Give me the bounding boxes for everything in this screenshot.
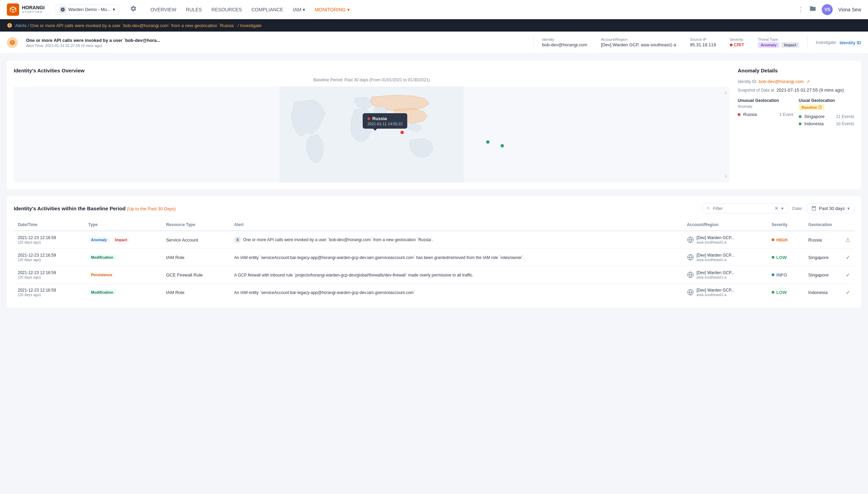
geo-value: Singapore [808, 255, 829, 260]
info-icon: ⓘ [818, 105, 822, 110]
indonesia-dot [799, 122, 801, 125]
activities-title: Identity's Activities within the Baselin… [14, 205, 125, 211]
meta-source-ip: Source IP 95.31.18.119 [690, 37, 716, 48]
activities-subtitle: (Up to the Past 30 Days) [127, 206, 176, 211]
date-value: Past 30 days [819, 206, 845, 211]
cell-ago: (20 days ago) [18, 293, 80, 297]
alert-time: Alert Time: 2021-01-31 01:27:55 (9 mins … [26, 44, 525, 48]
sev-value: HIGH [776, 237, 788, 243]
workspace-name: Warden Demo - Mu... [68, 7, 111, 12]
geo-item-russia: Russia 1 Event [738, 112, 793, 117]
account-name: [Dev] Warden GCP... [697, 288, 735, 293]
nav-links: OVERVIEW RULES RESOURCES COMPLIANCE IAM … [150, 5, 350, 14]
severity-dot [730, 44, 733, 46]
severity-cell: LOW [772, 255, 800, 260]
cell-ago: (20 days ago) [18, 258, 80, 262]
cell-alert: An IAM entity `serviceAccount:bar-legacy… [230, 249, 683, 266]
anomaly-title: Anomaly Details [738, 68, 854, 73]
account-name: [Dev] Warden GCP... [697, 270, 735, 275]
meta-threat-type: Threat Type Anomaly Impact [758, 37, 799, 48]
alert-meta: Identity bob-dev@horangi.com Account/Reg… [542, 37, 799, 48]
sev-dot [772, 291, 774, 294]
top-navigation: HORANGI STORYTIER Warden Demo - Mu... ▾ … [0, 0, 868, 19]
type-badges: Anomaly Impact [88, 237, 158, 243]
cell-datetime: 2021-12-23 12:16:59 [18, 235, 80, 240]
filter-clear-icon[interactable]: ✕ [774, 205, 779, 211]
logo-icon [7, 3, 19, 16]
cell-datetime: 2021-12-23 12:16:59 [18, 270, 80, 275]
logo: HORANGI STORYTIER [7, 3, 45, 16]
investigate-link[interactable]: Identity ID [840, 40, 861, 45]
col-account: Account/Region [683, 219, 768, 231]
external-link-icon: ↗ [806, 79, 810, 84]
date-label: Date: [792, 206, 803, 211]
baseline-tag: Baseline ⓘ [799, 104, 824, 110]
russia-dot [738, 113, 740, 116]
map-pin-russia[interactable] [400, 131, 404, 134]
cell-alert: An IAM entity `serviceAccount:bar-legacy… [230, 284, 683, 301]
russia-name: Russia [743, 112, 776, 117]
logo-text: HORANGI [22, 5, 45, 10]
geo-cell: Singapore ✓ [808, 272, 850, 278]
account-region: asia-southeast1-a [697, 240, 735, 244]
more-options-icon[interactable]: ⋮ [798, 6, 804, 13]
alert-title: One or more API calls were invoked by a … [26, 38, 525, 43]
filter-dropdown-icon[interactable]: ▾ [781, 206, 784, 211]
col-datetime: Date/Time [14, 219, 84, 231]
tag-anomaly: Anomaly [758, 42, 779, 48]
date-select[interactable]: Past 30 days ▾ [807, 203, 854, 213]
account-region: asia-southeast1-a [697, 275, 735, 279]
type-badge-persistence: Persistence [88, 272, 115, 278]
investigate-section: Investigate: Identity ID [816, 40, 861, 45]
cell-account: [Dev] Warden GCP... asia-southeast1-a [687, 288, 763, 297]
nav-compliance[interactable]: COMPLIANCE [251, 5, 283, 14]
sev-dot [772, 256, 774, 259]
sev-dot [772, 238, 774, 241]
map-pin-indonesia[interactable] [501, 144, 504, 148]
folder-icon[interactable] [809, 5, 816, 14]
nav-iam[interactable]: IAM ▾ [293, 5, 305, 14]
cell-alert: A GCP firewall with inbound rule `projec… [230, 266, 683, 284]
cell-account: [Dev] Warden GCP... asia-southeast1-a [687, 253, 763, 262]
detail-identity: Identity ID: bob-dev@horangi.com ↗ [738, 79, 854, 84]
workspace-icon [59, 6, 66, 13]
check-icon: ✓ [846, 254, 850, 261]
meta-account: Account/Region [Dev] Warden GCP, asia-so… [601, 37, 676, 48]
nav-overview[interactable]: OVERVIEW [150, 5, 176, 14]
identity-link[interactable]: bob-dev@horangi.com [759, 79, 804, 84]
alert-text: A GCP firewall with inbound rule `projec… [234, 273, 473, 278]
baseline-period: Baseline Period: Past 30 days (From 01/0… [14, 78, 730, 82]
meta-identity: Identity bob-dev@horangi.com [542, 37, 587, 48]
map-scroll-indicator-up[interactable]: ‹ [725, 89, 727, 96]
nav-rules[interactable]: RULES [186, 5, 202, 14]
cell-datetime: 2021-12-23 12:16:59 [18, 288, 80, 293]
nav-resources[interactable]: RESOURCES [212, 5, 242, 14]
geo-cell: Indonesia ✓ [808, 289, 850, 296]
alert-divider-2 [807, 36, 808, 49]
alert-banner: Alerts / One or more API calls were invo… [0, 19, 868, 32]
cell-account: [Dev] Warden GCP... asia-southeast1-a [687, 235, 763, 244]
table-row: 2021-12-23 12:16:59 (20 days ago) Persis… [14, 266, 854, 284]
cell-datetime: 2021-12-23 12:16:59 [18, 253, 80, 258]
map-pin-singapore[interactable] [486, 140, 490, 144]
cell-alert: 4One or more API calls were invoked by a… [230, 231, 683, 249]
workspace-selector[interactable]: Warden Demo - Mu... ▾ [56, 4, 119, 15]
type-badge-modification: Modification [88, 290, 116, 295]
russia-count: 1 Event [779, 112, 793, 117]
cell-ago: (20 days ago) [18, 240, 80, 244]
map-scroll-indicator-down[interactable]: › [725, 173, 727, 180]
severity-cell: LOW [772, 290, 800, 295]
sev-value: INFO [776, 272, 787, 278]
geo-value: Singapore [808, 272, 829, 278]
geo-grid: Unusual Geolocation Anomaly Russia 1 Eve… [738, 98, 854, 128]
col-geolocation: Geolocation [804, 219, 854, 231]
date-dropdown-icon: ▾ [847, 206, 850, 211]
singapore-count: 11 Events [836, 114, 854, 119]
filter-input[interactable] [713, 206, 771, 211]
col-severity: Severity [768, 219, 804, 231]
type-badge-modification: Modification [88, 255, 116, 260]
geo-item-indonesia: Indonesia 10 Events [799, 121, 854, 126]
singapore-name: Singapore [804, 114, 833, 119]
settings-button[interactable] [130, 5, 137, 14]
nav-monitoring[interactable]: MONITORING ▾ [315, 5, 350, 14]
